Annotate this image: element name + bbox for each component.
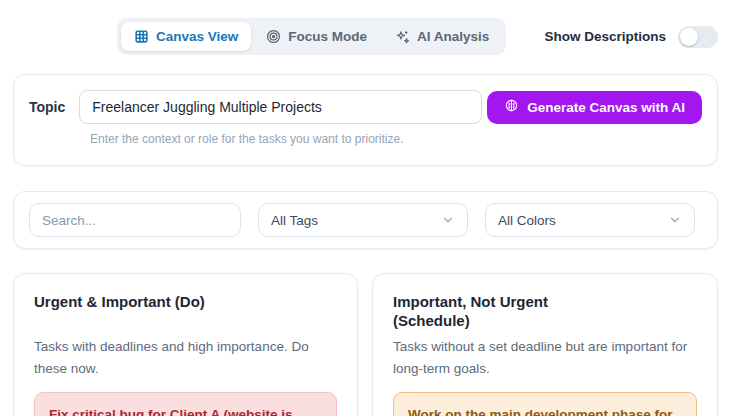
topic-label: Topic <box>29 99 65 115</box>
tab-label: Focus Mode <box>288 29 367 44</box>
generate-canvas-label: Generate Canvas with AI <box>527 100 685 115</box>
quadrant-grid: Urgent & Important (Do) Tasks with deadl… <box>13 273 718 416</box>
quadrant-important-not-urgent: Important, Not Urgent (Schedule) Tasks w… <box>372 273 718 416</box>
top-bar: Canvas View Focus Mode AI Analysis Show … <box>13 18 718 55</box>
tab-label: Canvas View <box>156 29 238 44</box>
search-input[interactable] <box>29 203 241 237</box>
quadrant-title: Urgent & Important (Do) <box>34 293 254 333</box>
show-descriptions-label: Show Descriptions <box>544 29 666 44</box>
chevron-down-icon <box>668 213 682 227</box>
topic-helper-text: Enter the context or role for the tasks … <box>90 132 702 146</box>
quadrant-description: Tasks with deadlines and high importance… <box>34 336 337 379</box>
colors-filter-select[interactable]: All Colors <box>485 203 695 237</box>
topic-input[interactable] <box>79 90 482 124</box>
show-descriptions-toggle[interactable] <box>678 26 718 48</box>
topic-section: Topic Generate Canvas with AI Enter the … <box>13 74 718 166</box>
filter-bar: All Tags All Colors <box>13 191 718 249</box>
tags-filter-value: All Tags <box>271 213 318 228</box>
sparkles-icon <box>395 29 410 44</box>
task-card[interactable]: Fix critical bug for Client A (website i… <box>34 392 337 416</box>
chevron-down-icon <box>441 213 455 227</box>
colors-filter-value: All Colors <box>498 213 556 228</box>
brain-icon <box>504 98 519 116</box>
toggle-knob <box>680 28 698 46</box>
quadrant-urgent-important: Urgent & Important (Do) Tasks with deadl… <box>13 273 358 416</box>
task-card[interactable]: Work on the main development phase for C… <box>393 392 697 416</box>
tab-canvas-view[interactable]: Canvas View <box>121 22 251 51</box>
view-tab-list: Canvas View Focus Mode AI Analysis <box>117 18 506 55</box>
grid-icon <box>134 29 149 44</box>
tab-focus-mode[interactable]: Focus Mode <box>253 22 380 51</box>
show-descriptions-control: Show Descriptions <box>544 26 718 48</box>
quadrant-title: Important, Not Urgent (Schedule) <box>393 293 613 333</box>
tab-ai-analysis[interactable]: AI Analysis <box>382 22 502 51</box>
quadrant-description: Tasks without a set deadline but are imp… <box>393 336 697 379</box>
generate-canvas-button[interactable]: Generate Canvas with AI <box>487 91 702 124</box>
tags-filter-select[interactable]: All Tags <box>258 203 468 237</box>
target-icon <box>266 29 281 44</box>
tab-label: AI Analysis <box>417 29 489 44</box>
